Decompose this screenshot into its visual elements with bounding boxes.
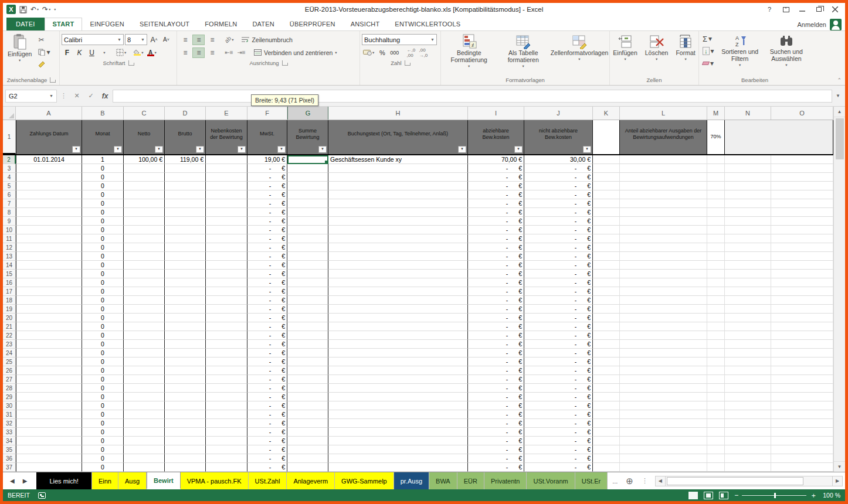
cell-B27[interactable]: 0 (82, 375, 124, 384)
cell-N18[interactable] (725, 296, 771, 305)
column-header-G[interactable]: G (287, 107, 328, 120)
cell-H28[interactable] (328, 384, 468, 393)
cell-E7[interactable] (206, 199, 247, 208)
cell-A12[interactable] (16, 243, 82, 252)
conditional-formatting-button[interactable]: ≠ Bedingte Formatierung▾ (443, 32, 496, 75)
minimize-button[interactable] (795, 4, 810, 15)
cell-I5[interactable]: -€ (468, 182, 524, 190)
cell-F9[interactable]: -€ (247, 217, 287, 226)
cell-C4[interactable] (124, 173, 165, 182)
cell-I19[interactable]: -€ (468, 305, 524, 314)
cell-D32[interactable] (165, 419, 206, 428)
row-header-17[interactable]: 17 (3, 287, 16, 296)
cell-E6[interactable] (206, 190, 247, 199)
cell-M18[interactable] (707, 296, 725, 305)
cell-K12[interactable] (593, 243, 620, 252)
cell-F29[interactable]: -€ (247, 393, 287, 401)
cell-M4[interactable] (707, 173, 725, 182)
cell-A20[interactable] (16, 314, 82, 322)
cell-L13[interactable] (620, 252, 707, 261)
cell-E5[interactable] (206, 182, 247, 190)
format-painter-button[interactable] (36, 59, 52, 70)
cell-G29[interactable] (287, 393, 328, 401)
column-header-N[interactable]: N (725, 107, 771, 120)
cell-C2[interactable]: 100,00 € (124, 155, 165, 164)
cell-N8[interactable] (725, 208, 771, 217)
cell-B29[interactable]: 0 (82, 393, 124, 401)
cell-B15[interactable]: 0 (82, 270, 124, 278)
cell-M32[interactable] (707, 419, 725, 428)
cell-N7[interactable] (725, 199, 771, 208)
sheet-tab-pr-ausg[interactable]: pr.Ausg (394, 472, 429, 489)
cell-J2[interactable]: 30,00 € (524, 155, 593, 164)
cell-D30[interactable] (165, 401, 206, 410)
cell-G7[interactable] (287, 199, 328, 208)
column-header-M[interactable]: M (707, 107, 725, 120)
name-box[interactable]: G2▼ (5, 90, 57, 103)
cell-K18[interactable] (593, 296, 620, 305)
cell-J32[interactable]: -€ (524, 419, 593, 428)
cell-N24[interactable] (725, 349, 771, 357)
cell-M34[interactable] (707, 437, 725, 445)
cell-L37[interactable] (620, 463, 707, 472)
cell-I2[interactable]: 70,00 € (468, 155, 524, 164)
cell-K26[interactable] (593, 366, 620, 375)
cell-M9[interactable] (707, 217, 725, 226)
cell-A17[interactable] (16, 287, 82, 296)
cell-J18[interactable]: -€ (524, 296, 593, 305)
decrease-decimal-button[interactable]: ,00→,0 (418, 47, 429, 58)
cell-C24[interactable] (124, 349, 165, 357)
row-header-14[interactable]: 14 (3, 261, 16, 270)
cell-I8[interactable]: -€ (468, 208, 524, 217)
row-header-21[interactable]: 21 (3, 322, 16, 331)
cell-C32[interactable] (124, 419, 165, 428)
scroll-left-arrow[interactable]: ◀ (655, 476, 666, 486)
cell-A33[interactable] (16, 428, 82, 437)
page-break-view-icon[interactable] (719, 492, 728, 499)
cell-B25[interactable]: 0 (82, 357, 124, 366)
cell-I17[interactable]: -€ (468, 287, 524, 296)
cell-A16[interactable] (16, 278, 82, 287)
cell-L20[interactable] (620, 314, 707, 322)
cell-I26[interactable]: -€ (468, 366, 524, 375)
cell-D10[interactable] (165, 226, 206, 234)
increase-indent-button[interactable]: ⇥≡ (236, 47, 247, 58)
ribbon-tab-start[interactable]: START (45, 18, 83, 30)
cell-K30[interactable] (593, 401, 620, 410)
save-button[interactable] (19, 6, 27, 13)
cell-L29[interactable] (620, 393, 707, 401)
cell-L35[interactable] (620, 445, 707, 454)
cell-C15[interactable] (124, 270, 165, 278)
cell-J16[interactable]: -€ (524, 278, 593, 287)
cell-G23[interactable] (287, 340, 328, 349)
cell-C22[interactable] (124, 331, 165, 340)
cell-C37[interactable] (124, 463, 165, 472)
cell-A4[interactable] (16, 173, 82, 182)
row-header-25[interactable]: 25 (3, 357, 16, 366)
cell-N2[interactable] (725, 155, 771, 164)
cell-F5[interactable]: -€ (247, 182, 287, 190)
cell-A15[interactable] (16, 270, 82, 278)
cell-M7[interactable] (707, 199, 725, 208)
cell-L8[interactable] (620, 208, 707, 217)
sheet-tab-einn[interactable]: Einn (92, 472, 118, 489)
cell-F22[interactable]: -€ (247, 331, 287, 340)
cell-B9[interactable]: 0 (82, 217, 124, 226)
filter-button-A[interactable]: ▼ (72, 146, 80, 153)
cell-M8[interactable] (707, 208, 725, 217)
cell-D33[interactable] (165, 428, 206, 437)
row-header-3[interactable]: 3 (3, 164, 16, 173)
cell-C5[interactable] (124, 182, 165, 190)
cell-G30[interactable] (287, 401, 328, 410)
cell-E11[interactable] (206, 234, 247, 243)
cell-H16[interactable] (328, 278, 468, 287)
row-header-19[interactable]: 19 (3, 305, 16, 314)
align-left-button[interactable]: ≡ (179, 47, 191, 58)
decrease-indent-button[interactable]: ⇤≡ (223, 47, 235, 58)
cell-H24[interactable] (328, 349, 468, 357)
cell-N33[interactable] (725, 428, 771, 437)
zoom-slider-handle[interactable] (774, 493, 776, 498)
cell-H33[interactable] (328, 428, 468, 437)
cell-N30[interactable] (725, 401, 771, 410)
sheet-tab-vpma-pausch-fk[interactable]: VPMA - pausch.FK (181, 472, 249, 489)
